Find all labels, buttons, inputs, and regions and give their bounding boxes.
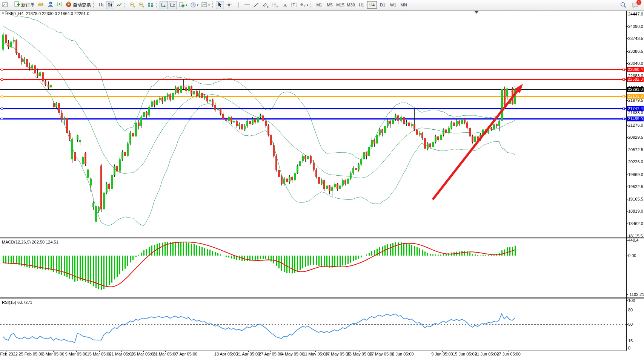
timeframe-toolbar: M1M5M15M30H1H4D1W1MN (314, 1, 409, 9)
autotrading-label: 自动交易 (73, 2, 91, 8)
time-axis-label: 27 May 05:00 (369, 352, 395, 356)
navigator-button[interactable] (46, 1, 55, 9)
macd-axis-tick: -1102.21 (628, 292, 644, 297)
deposit-gold-button[interactable] (37, 1, 46, 9)
zoom-out-button[interactable] (137, 1, 146, 9)
price-axis-tick: 21276.0 (628, 123, 643, 127)
shapes-button[interactable]: ▾ (299, 1, 309, 9)
text-label-button[interactable]: T (290, 1, 298, 9)
timeframe-h1-button[interactable]: H1 (357, 1, 366, 9)
price-axis-tick: 24447.0 (628, 12, 643, 16)
time-axis-label: 15 Jun 05:00 (453, 352, 477, 356)
price-axis-tick: 19522.5 (628, 184, 643, 189)
time-axis-label: 17 May 05:00 (325, 352, 350, 356)
macd-axis-tick: 0.00 (628, 253, 636, 258)
timeframe-m5-button[interactable]: M5 (325, 1, 335, 9)
candle-chart-button[interactable] (106, 1, 114, 9)
fibonacci-button[interactable]: F (271, 1, 280, 9)
autotrading-button[interactable]: 自动交易 (65, 1, 92, 9)
templates-button[interactable]: ▾ (200, 1, 211, 9)
chevron-down-icon: ▾ (186, 3, 187, 7)
price-axis-tick: 23040.0 (628, 61, 643, 66)
price-axis-tick: 20572.5 (628, 147, 643, 152)
svg-text:E: E (267, 5, 269, 8)
timeframe-w1-button[interactable]: W1 (388, 1, 398, 9)
time-axis-label: 9 Mar 05:00 (65, 352, 88, 356)
price-axis-tick: 20226.0 (628, 159, 643, 164)
timeframe-mn-button[interactable]: MN (399, 1, 409, 9)
tile-windows-button[interactable] (146, 1, 155, 9)
chart-shift-button[interactable] (169, 1, 177, 9)
periods-button[interactable]: ▾ (189, 1, 200, 9)
vertical-line-button[interactable] (234, 1, 242, 9)
timeframe-h4-button[interactable]: H4 (367, 1, 377, 9)
search-button[interactable] (619, 1, 628, 9)
current-price-badge: 22291.0 (627, 87, 644, 92)
toolbar-grip (310, 2, 312, 8)
text-button[interactable]: A (281, 1, 289, 9)
price-chart-canvas[interactable] (0, 10, 644, 357)
price-axis-tick: 19869.0 (628, 172, 643, 177)
price-axis-tick: 24090.0 (628, 24, 643, 29)
new-order-label: 新订单 (21, 2, 35, 8)
timeframe-m15-button[interactable]: M15 (335, 1, 345, 9)
toolbar-separator (11, 1, 11, 9)
bar-chart-button[interactable] (97, 1, 105, 9)
trendline-button[interactable] (252, 1, 260, 9)
auto-scroll-button[interactable] (160, 1, 168, 9)
new-order-button[interactable]: 新订单 (13, 1, 36, 9)
rsi-axis-tick: 50 (628, 322, 633, 326)
price-axis-tick: 19165.5 (628, 197, 643, 201)
toolbar-grip (212, 2, 214, 8)
time-axis-label: 21 Jun 05:00 (475, 352, 499, 356)
macd-axis-tick: 440.4 (628, 238, 639, 242)
hline-price-badge: 22582.3 (627, 77, 644, 82)
horizontal-line-button[interactable] (243, 1, 251, 9)
time-axis-label: 7 Apr 05:00 (176, 352, 197, 356)
rsi-axis-tick: 80 (628, 308, 633, 312)
time-axis-label: 25 Feb 05:00 (19, 352, 43, 356)
rsi-axis-tick: 15 (628, 339, 633, 343)
rsi-axis-tick: 100 (628, 298, 635, 303)
line-chart-button[interactable] (115, 1, 123, 9)
zoom-in-button[interactable] (128, 1, 137, 9)
notifications-button[interactable]: 1 (630, 1, 640, 9)
one-click-trading-icon[interactable]: ▼ (2, 12, 5, 15)
price-axis-tick: 23386.5 (628, 49, 643, 54)
chart-area[interactable]: ▼ HK50-,H4 21878.0 22330.0 21864.0 22291… (0, 10, 644, 357)
time-axis-label: 31 Mar 05:00 (153, 352, 178, 356)
mt4-window: 新订单 自动交易 (0, 0, 644, 357)
user-icon (48, 1, 54, 9)
chart-symbol-period: HK50-,H4 (5, 11, 23, 16)
svg-text:T: T (293, 3, 295, 7)
chart-title: HK50-,H4 21878.0 22330.0 21864.0 22291.0 (5, 11, 89, 16)
time-axis-label: 27 Apr 05:00 (259, 352, 282, 356)
price-axis-tick: 20929.5 (628, 135, 643, 139)
time-axis-label: 25 Mar 05:00 (131, 352, 156, 356)
signals-button[interactable] (55, 1, 64, 9)
hline-price-badge: 22101.9 (627, 94, 644, 99)
main-toolbar: 新订单 自动交易 (0, 0, 644, 10)
crosshair-button[interactable] (225, 1, 233, 9)
time-axis-label: 21 Apr 05:00 (237, 352, 260, 356)
timeframe-m1-button[interactable]: M1 (314, 1, 324, 9)
time-axis-label: 15 Mar 05:00 (87, 352, 112, 356)
price-axis-tick: 18819.0 (628, 209, 643, 213)
time-axis-label: 3 Mar 05:00 (42, 352, 65, 356)
rsi-indicator-label: RSI(15) 63.7271 (2, 300, 32, 305)
chevron-down-icon: ▾ (208, 3, 210, 7)
hline-price-badge: 21459.9 (627, 116, 644, 121)
time-axis-label: 27 Jun 05:00 (496, 352, 521, 356)
chevron-down-icon: ▾ (307, 3, 308, 7)
new-chart-icon[interactable] (1, 1, 9, 9)
time-axis-label: 9 Jun 05:00 (431, 352, 453, 356)
price-axis-tick: 23743.5 (628, 36, 643, 41)
timeframe-d1-button[interactable]: D1 (378, 1, 387, 9)
cursor-button[interactable] (216, 1, 224, 9)
add-indicator-button[interactable]: ▾ (178, 1, 188, 9)
equidistant-channel-button[interactable]: E (261, 1, 270, 9)
new-order-icon (14, 1, 20, 9)
time-axis-label: 11 May 05:00 (303, 352, 328, 356)
toolbar-grip (156, 2, 158, 8)
timeframe-m30-button[interactable]: M30 (346, 1, 356, 9)
